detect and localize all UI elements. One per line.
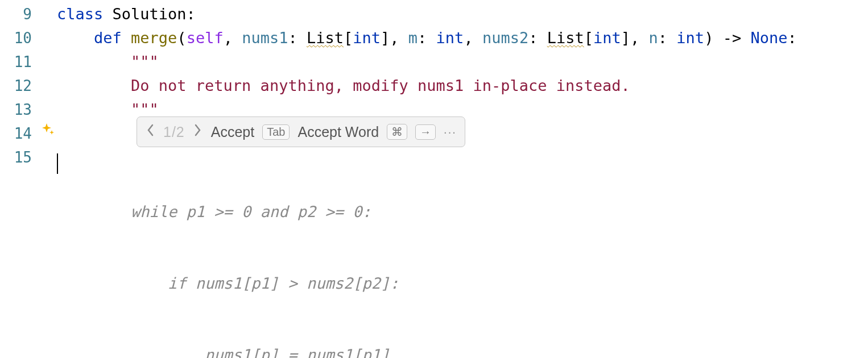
arrow-right-key-icon: →	[415, 124, 436, 140]
more-actions-button[interactable]: ···	[444, 126, 457, 139]
suggestion-count: 1/2	[163, 124, 185, 140]
param: n	[649, 29, 658, 47]
line-number-gutter: 9 10 11 12 13 14 15	[0, 0, 40, 358]
line-number: 13	[0, 98, 40, 122]
param: nums2	[482, 29, 528, 47]
line-number: 15	[0, 145, 40, 169]
line-number: 9	[0, 2, 40, 26]
line-number: 12	[0, 74, 40, 98]
class-name: Solution	[113, 5, 187, 23]
param: m	[408, 29, 418, 47]
type-annotation: List	[547, 29, 584, 47]
cmd-key-icon: ⌘	[387, 124, 407, 140]
line-number: 10	[0, 26, 40, 50]
inline-suggestion-toolbar: 1/2 Accept Tab Accept Word ⌘ → ···	[137, 116, 465, 147]
docstring-text: Do not return anything, modify nums1 in-…	[131, 77, 630, 94]
next-suggestion-button[interactable]	[193, 123, 203, 141]
inline-suggestion-ghost: while p1 >= 0 and p2 >= 0: if nums1[p1] …	[57, 152, 399, 358]
code-line[interactable]: Do not return anything, modify nums1 in-…	[57, 74, 868, 98]
param-self: self	[187, 29, 224, 47]
code-line[interactable]: def merge(self, nums1: List[int], m: int…	[57, 26, 868, 50]
code-line[interactable]: """	[57, 50, 868, 74]
line-number: 11	[0, 50, 40, 74]
function-name: merge	[131, 29, 177, 47]
keyword-class: class	[57, 5, 103, 23]
line-number: 14	[0, 122, 40, 145]
accept-word-button[interactable]: Accept Word	[297, 124, 379, 140]
icon-gutter	[40, 0, 57, 358]
docstring-delim: """	[131, 53, 159, 70]
ai-suggestion-icon[interactable]	[41, 122, 55, 139]
ghost-line: nums1[p] = nums1[p1]	[57, 343, 399, 358]
type-annotation: List	[307, 29, 344, 47]
docstring-delim: """	[131, 101, 159, 118]
param: nums1	[242, 29, 288, 47]
keyword-def: def	[94, 29, 122, 47]
ghost-line: while p1 >= 0 and p2 >= 0:	[57, 200, 399, 224]
accept-button[interactable]: Accept	[211, 124, 254, 140]
code-editor[interactable]: 9 10 11 12 13 14 15 class Solution: def …	[0, 0, 868, 358]
accept-shortcut-key: Tab	[262, 124, 290, 140]
prev-suggestion-button[interactable]	[145, 123, 155, 141]
ghost-line: if nums1[p1] > nums2[p2]:	[57, 272, 399, 295]
code-line[interactable]: class Solution:	[57, 2, 868, 26]
code-text-area[interactable]: class Solution: def merge(self, nums1: L…	[57, 0, 868, 358]
